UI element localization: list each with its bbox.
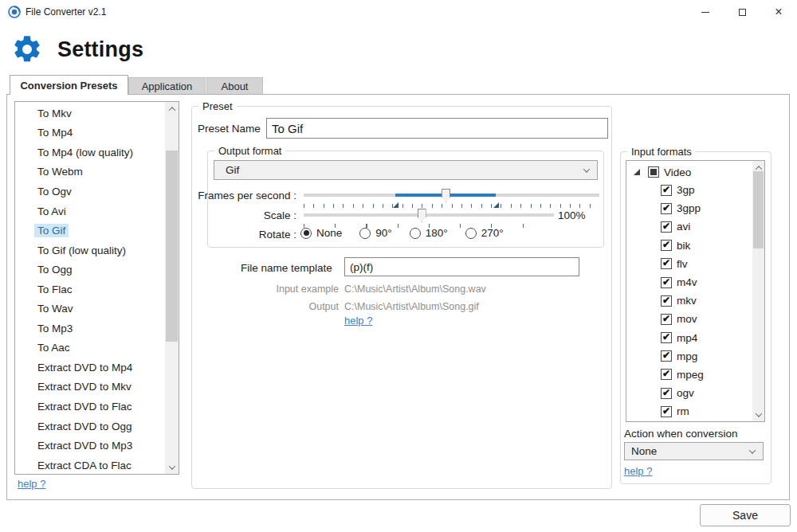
action-value: None [625, 445, 750, 457]
scrollbar-thumb[interactable] [166, 151, 178, 342]
tree-item-mov[interactable]: ✔mov [626, 310, 754, 328]
tree-item-3gpp[interactable]: ✔3gpp [626, 199, 754, 217]
tree-item-bik[interactable]: ✔bik [626, 237, 754, 255]
list-item[interactable]: To Avi [15, 201, 166, 221]
scroll-down-icon[interactable] [752, 408, 764, 421]
tab-conversion-presets[interactable]: Conversion Presets [10, 75, 128, 95]
tree-items: ✔3gp✔3gpp✔avi✔bik✔flv✔m4v✔mkv✔mov✔mp4✔mp… [626, 181, 754, 421]
tree-item-ogv[interactable]: ✔ogv [626, 384, 754, 402]
list-item[interactable]: To Gif (low quality) [15, 241, 166, 260]
output-format-select[interactable]: Gif [214, 160, 598, 180]
check-icon: ✔ [662, 240, 670, 249]
radio-icon[interactable] [359, 228, 371, 239]
flv-checkbox[interactable]: ✔ [661, 258, 672, 269]
tree-expander-icon[interactable] [634, 169, 640, 175]
maximize-button[interactable] [724, 0, 760, 24]
list-item-label: To Flac [34, 283, 76, 296]
scroll-up-icon[interactable] [165, 102, 179, 115]
list-item[interactable]: Extract DVD to Mp4 [15, 358, 166, 377]
check-icon: ✔ [662, 388, 670, 397]
m4v-checkbox[interactable]: ✔ [661, 277, 672, 288]
list-item[interactable]: To Mp3 [15, 319, 166, 338]
input-example-label: Input example [243, 284, 339, 295]
mpg-checkbox[interactable]: ✔ [661, 350, 672, 362]
save-button[interactable]: Save [700, 504, 791, 526]
tab-application[interactable]: Application [128, 77, 206, 94]
preset-list: To MkvTo Mp4To Mp4 (low quality)To WebmT… [14, 101, 179, 475]
slider-thumb[interactable] [442, 189, 450, 202]
list-item[interactable]: To Mp4 (low quality) [15, 143, 166, 162]
list-item[interactable]: To Wav [15, 299, 166, 319]
bik-checkbox[interactable]: ✔ [661, 240, 672, 251]
tree-item-avi[interactable]: ✔avi [626, 217, 754, 236]
scrollbar-thumb[interactable] [753, 171, 764, 248]
template-help-link[interactable]: help ? [344, 315, 372, 327]
format-label: mkv [677, 295, 697, 307]
slider-thumb[interactable] [418, 209, 426, 222]
list-item[interactable]: Extract DVD to Mp3 [15, 436, 166, 456]
minimize-button[interactable] [687, 0, 724, 24]
fps-slider[interactable] [304, 189, 599, 202]
formats-help-link[interactable]: help ? [624, 465, 652, 477]
list-item[interactable]: To Webm [15, 162, 166, 182]
list-item[interactable]: To Aac [15, 338, 166, 358]
mov-checkbox[interactable]: ✔ [661, 314, 672, 325]
tree-scrollbar[interactable] [752, 161, 764, 421]
list-item[interactable]: Extract CDA to Flac [15, 456, 166, 475]
preset-group-label: Preset [198, 100, 237, 112]
radio-icon[interactable] [465, 228, 477, 239]
scroll-down-icon[interactable] [165, 460, 179, 474]
avi-checkbox[interactable]: ✔ [661, 221, 672, 233]
check-icon: ✔ [662, 406, 670, 416]
list-item[interactable]: To Ogg [15, 260, 166, 280]
format-label: avi [677, 221, 690, 233]
list-item[interactable]: Extract DVD to Flac [15, 397, 166, 417]
radio-icon[interactable] [410, 228, 421, 239]
mpeg-checkbox[interactable]: ✔ [661, 369, 672, 380]
tab-about[interactable]: About [206, 77, 263, 94]
window-controls: × [687, 0, 797, 24]
tree-item-rm[interactable]: ✔rm [626, 402, 754, 421]
scale-label: Scale : [225, 209, 296, 221]
check-icon: ✔ [662, 369, 670, 378]
3gpp-checkbox[interactable]: ✔ [661, 203, 672, 214]
list-item[interactable]: Extract DVD to Mkv [15, 377, 166, 397]
ogv-checkbox[interactable]: ✔ [661, 388, 672, 399]
preset-name-input[interactable] [266, 118, 608, 139]
list-item-selected[interactable]: To Gif [15, 221, 166, 241]
list-item[interactable]: To Mkv [15, 104, 166, 123]
tree-item-mkv[interactable]: ✔mkv [626, 291, 754, 310]
list-item[interactable]: To Ogv [15, 182, 166, 201]
file-name-template-input[interactable] [344, 257, 579, 276]
close-button[interactable]: × [760, 0, 797, 24]
radio-icon[interactable] [300, 228, 312, 239]
rotate-option-90[interactable]: 90° [359, 227, 391, 239]
preset-list-scrollbar[interactable] [165, 102, 179, 474]
rotate-option-270[interactable]: 270° [465, 227, 504, 239]
list-item[interactable]: To Flac [15, 280, 166, 299]
radio-label: 90° [375, 227, 391, 239]
video-checkbox[interactable] [648, 166, 659, 178]
scale-slider[interactable] [304, 209, 554, 222]
slider-track [304, 213, 554, 217]
mp4-checkbox[interactable]: ✔ [661, 332, 672, 343]
input-formats-group-label: Input formats [627, 146, 696, 158]
tree-item-mp4[interactable]: ✔mp4 [626, 329, 754, 347]
rotate-option-None[interactable]: None [300, 227, 342, 239]
action-select[interactable]: None [624, 442, 764, 460]
list-item[interactable]: Extract DVD to Ogg [15, 417, 166, 436]
tree-item-m4v[interactable]: ✔m4v [626, 273, 754, 291]
list-item-label: To Mp4 (low quality) [34, 146, 136, 159]
tree-item-3gp[interactable]: ✔3gp [626, 181, 754, 199]
list-item-label: To Avi [34, 205, 69, 218]
rotate-option-180[interactable]: 180° [410, 227, 448, 239]
mkv-checkbox[interactable]: ✔ [661, 295, 672, 307]
rm-checkbox[interactable]: ✔ [661, 406, 672, 417]
list-item[interactable]: To Mp4 [15, 123, 166, 143]
presets-help-link[interactable]: help ? [18, 478, 45, 490]
radio-label: 270° [481, 227, 504, 239]
tree-item-mpg[interactable]: ✔mpg [626, 347, 754, 366]
3gp-checkbox[interactable]: ✔ [661, 185, 672, 196]
tree-item-flv[interactable]: ✔flv [626, 255, 754, 273]
tree-item-mpeg[interactable]: ✔mpeg [626, 366, 754, 384]
